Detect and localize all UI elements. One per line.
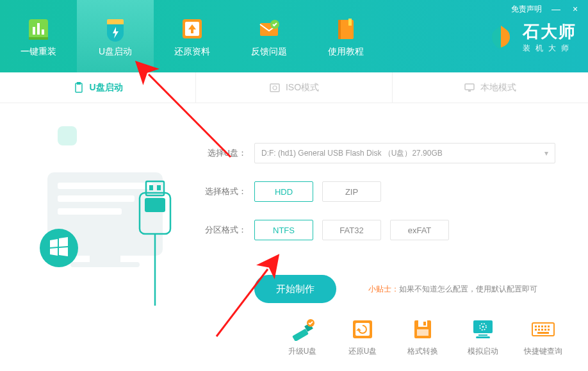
monitor-gear-icon (470, 318, 496, 341)
shield-bolt-icon (102, 15, 129, 42)
nav-label: 一键重装 (20, 46, 56, 58)
format-option-zip[interactable]: ZIP (322, 181, 381, 202)
tool-label: 升级U盘 (288, 346, 317, 357)
svg-rect-32 (157, 185, 161, 190)
svg-rect-55 (548, 326, 550, 327)
left-illustration (0, 103, 195, 371)
svg-rect-49 (476, 336, 490, 338)
svg-rect-2 (37, 23, 40, 35)
nav: 一键重装 U盘启动 还原资料 反馈问题 使用教程 (0, 0, 384, 72)
brand-subtitle: 装机大师 (523, 43, 576, 54)
tool-format-convert[interactable]: 格式转换 (396, 318, 450, 357)
format-option-hdd[interactable]: HDD (254, 181, 313, 202)
svg-rect-20 (468, 90, 471, 92)
svg-rect-13 (348, 19, 352, 26)
nav-label: 还原资料 (174, 46, 210, 58)
nav-feedback[interactable]: 反馈问题 (231, 0, 307, 72)
nav-reinstall[interactable]: 一键重装 (0, 0, 77, 72)
nav-tutorial[interactable]: 使用教程 (307, 0, 384, 72)
iso-icon (269, 82, 281, 94)
start-button[interactable]: 开始制作 (254, 275, 336, 303)
svg-rect-53 (541, 326, 543, 327)
svg-rect-17 (270, 84, 279, 92)
subtab-local[interactable]: 本地模式 (393, 72, 588, 103)
tool-simulate-boot[interactable]: 模拟启动 (456, 318, 510, 357)
book-icon (332, 15, 359, 42)
nav-label: U盘启动 (99, 46, 132, 58)
svg-point-47 (482, 326, 484, 328)
keyboard-icon (530, 318, 557, 341)
svg-rect-54 (544, 326, 546, 327)
nav-usb-boot[interactable]: U盘启动 (77, 0, 154, 72)
tip: 小贴士：如果不知道怎么配置，使用默认配置即可 (368, 284, 537, 295)
svg-rect-1 (33, 27, 35, 35)
bar-chart-icon (25, 15, 52, 42)
tool-shortcut-query[interactable]: 快捷键查询 (516, 318, 570, 357)
svg-rect-19 (465, 84, 474, 90)
partition-label: 分区格式： (202, 224, 247, 236)
disk-select[interactable]: D:F: (hd1) General USB Flash Disk （U盘）27… (254, 143, 555, 163)
svg-rect-4 (29, 37, 48, 40)
nav-label: 使用教程 (328, 46, 364, 58)
tool-upgrade-usb[interactable]: 升级U盘 (275, 318, 329, 357)
nav-restore[interactable]: 还原资料 (154, 0, 231, 72)
disk-value: D:F: (hd1) General USB Flash Disk （U盘）27… (261, 148, 443, 159)
partition-option-ntfs[interactable]: NTFS (254, 220, 313, 240)
svg-rect-26 (90, 256, 120, 262)
tool-restore-usb[interactable]: 还原U盘 (336, 318, 389, 357)
svg-rect-56 (535, 329, 537, 331)
close-button[interactable]: × (570, 4, 580, 14)
tools: 升级U盘 还原U盘 格式转换 模拟启动 快捷键查询 (275, 318, 570, 357)
subtab-label: 本地模式 (480, 82, 516, 94)
computer-illustration (38, 158, 186, 306)
monitor-icon (464, 82, 475, 94)
svg-rect-31 (149, 185, 153, 190)
svg-rect-60 (548, 329, 550, 331)
svg-rect-52 (538, 326, 540, 327)
svg-rect-35 (292, 329, 309, 341)
svg-rect-33 (145, 198, 165, 212)
brand-logo-icon (487, 23, 515, 51)
upload-box-icon (179, 15, 206, 42)
svg-rect-16 (77, 82, 81, 85)
svg-rect-23 (58, 183, 152, 189)
usb-icon (73, 82, 85, 94)
disclaimer-link[interactable]: 免责声明 (511, 4, 542, 15)
usb-upgrade-icon (289, 318, 316, 341)
subtabs: U盘启动 ISO模式 本地模式 (0, 72, 588, 103)
subtab-label: ISO模式 (286, 82, 319, 94)
subtab-iso[interactable]: ISO模式 (196, 72, 392, 103)
svg-rect-57 (538, 329, 540, 331)
svg-rect-44 (417, 329, 429, 336)
svg-rect-59 (544, 329, 546, 331)
tip-label: 小贴士： (368, 284, 399, 293)
subtab-usb-boot[interactable]: U盘启动 (0, 72, 196, 103)
svg-rect-48 (478, 334, 487, 336)
svg-rect-15 (76, 83, 82, 92)
tip-text: 如果不知道怎么配置，使用默认配置即可 (399, 284, 537, 293)
header: 一键重装 U盘启动 还原资料 反馈问题 使用教程 (0, 0, 588, 72)
svg-rect-27 (70, 262, 140, 267)
minimize-button[interactable]: — (551, 4, 561, 14)
restore-icon (349, 318, 376, 341)
partition-option-fat32[interactable]: FAT32 (322, 220, 381, 240)
svg-rect-51 (535, 326, 537, 327)
svg-rect-21 (58, 126, 77, 145)
svg-rect-43 (423, 322, 426, 326)
svg-rect-24 (58, 195, 135, 202)
subtab-label: U盘启动 (90, 82, 123, 94)
partition-option-exfat[interactable]: exFAT (390, 220, 449, 240)
svg-rect-3 (42, 29, 44, 35)
tool-label: 还原U盘 (348, 346, 377, 357)
nav-label: 反馈问题 (251, 46, 287, 58)
brand-title: 石大师 (523, 21, 576, 43)
tool-label: 格式转换 (407, 346, 438, 357)
svg-point-18 (273, 86, 277, 90)
svg-rect-58 (541, 329, 543, 331)
svg-rect-14 (338, 20, 341, 39)
tool-label: 模拟启动 (468, 346, 498, 357)
chevron-down-icon: ▾ (544, 149, 548, 158)
tool-label: 快捷键查询 (524, 346, 562, 357)
brand: 石大师 装机大师 (487, 21, 576, 54)
mail-check-icon (256, 15, 282, 42)
